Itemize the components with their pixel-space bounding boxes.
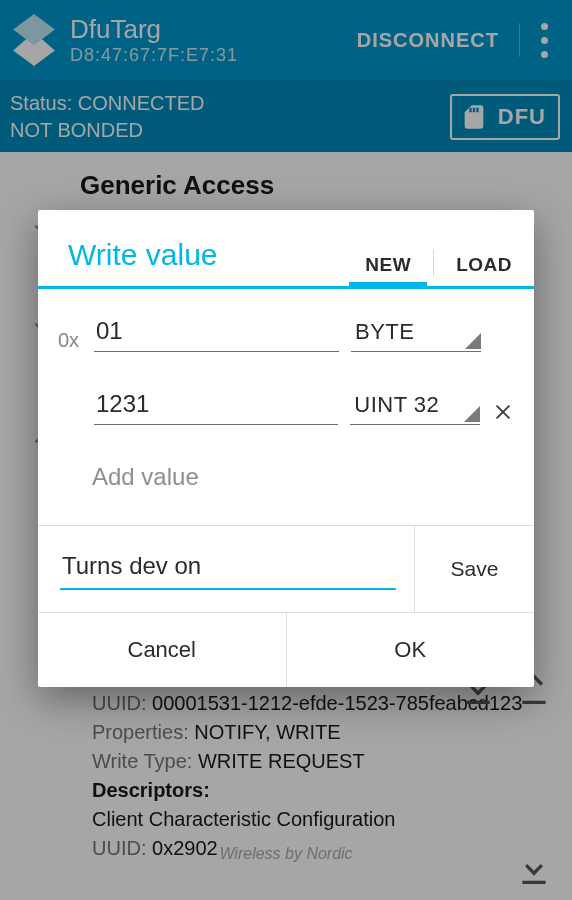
- value-input[interactable]: [94, 386, 338, 425]
- remove-row-button[interactable]: [492, 399, 514, 425]
- name-input[interactable]: [60, 550, 396, 590]
- dialog-title: Write value: [38, 232, 343, 286]
- add-value-button[interactable]: Add value: [58, 459, 514, 515]
- type-select[interactable]: UINT 32: [350, 388, 480, 425]
- hex-prefix: 0x: [58, 329, 82, 352]
- tab-load[interactable]: LOAD: [434, 240, 534, 286]
- write-value-dialog: Write value NEW LOAD 0x BYTE UINT 32: [38, 210, 534, 687]
- dropdown-icon: [464, 406, 480, 422]
- type-selected: BYTE: [355, 319, 414, 344]
- tab-new[interactable]: NEW: [343, 240, 433, 286]
- value-row: 0x BYTE: [58, 313, 514, 352]
- value-input[interactable]: [94, 313, 339, 352]
- type-selected: UINT 32: [354, 392, 439, 417]
- value-row: UINT 32: [58, 386, 514, 425]
- cancel-button[interactable]: Cancel: [38, 613, 286, 687]
- ok-button[interactable]: OK: [286, 613, 535, 687]
- save-button[interactable]: Save: [414, 526, 534, 612]
- dropdown-icon: [465, 333, 481, 349]
- type-select[interactable]: BYTE: [351, 315, 481, 352]
